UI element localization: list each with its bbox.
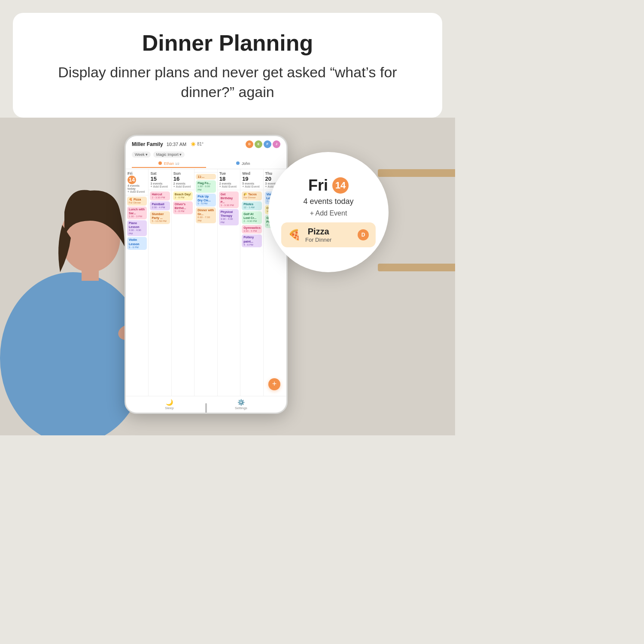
cal-col-tue: Tue 18 2 events + Add Event Get Birthday… — [218, 169, 240, 396]
sleep-icon: 🌙 — [166, 399, 173, 406]
popup-day-row: Fri 14 — [308, 176, 349, 194]
tablet-time: 10:37 AM — [167, 142, 186, 147]
cal-col-mon: 11:... Flag Fo... 1:30 - 3:30 PM Pick Up… — [194, 169, 217, 396]
toolbar-row: Week ▾ Magic Import ▾ — [126, 151, 286, 159]
avatar-j[interactable]: J — [273, 140, 280, 148]
popup-add-event[interactable]: + Add Event — [310, 210, 347, 217]
family-name: Miller Family — [132, 141, 163, 147]
shelf-top — [378, 169, 455, 177]
cal-col-fri: Fri 14 4 events today + Add Event 🍕 Pizz… — [126, 169, 149, 396]
event-pottery[interactable]: Pottery paint... 4 - 6 PM — [242, 234, 261, 247]
cal-col-sun: Sun 16 2 events + Add Event Beach Day! 2… — [172, 169, 194, 396]
scene: Miller Family 10:37 AM ☀️ 81° D E F J We… — [0, 118, 455, 435]
tab-ethan[interactable]: Ethan 1/2 — [132, 160, 206, 168]
shelf-area — [369, 118, 455, 435]
event-oliver[interactable]: Oliver's Birthd... 5 - 8 PM — [173, 201, 193, 214]
top-card: Dinner Planning Display dinner plans and… — [13, 13, 442, 118]
svg-rect-2 — [82, 268, 99, 281]
tablet-header: Miller Family 10:37 AM ☀️ 81° D E F J — [126, 136, 286, 151]
tablet-device: Miller Family 10:37 AM ☀️ 81° D E F J We… — [125, 135, 288, 414]
event-birthday-p[interactable]: Get Birthday P... 3 - 3:30 PM — [219, 191, 239, 208]
event-paintball[interactable]: Paintball 2:30 - 4 PM — [150, 201, 170, 210]
popup-card: Fri 14 4 events today + Add Event 🍕 Pizz… — [268, 152, 389, 272]
popup-events-count: 4 events today — [303, 197, 353, 206]
event-flag[interactable]: Flag Fo... 1:30 - 3:30 PM — [196, 180, 216, 193]
popup-avatar: D — [358, 229, 369, 240]
page-subtitle: Display dinner plans and never get asked… — [39, 63, 416, 102]
popup-event-card[interactable]: 🍕 Pizza For Dinner D — [281, 222, 376, 247]
event-11[interactable]: 11:... — [196, 174, 216, 179]
avatar-d[interactable]: D — [246, 140, 253, 148]
event-beach[interactable]: Beach Day! 2 - 6 PM — [173, 191, 193, 200]
pizza-icon: 🍕 — [288, 229, 301, 241]
event-slumber[interactable]: Slumber Party ... 5 - 11:59 PM — [150, 211, 170, 224]
tablet-weather: ☀️ 81° — [191, 142, 204, 146]
page-title: Dinner Planning — [39, 30, 416, 56]
svg-point-0 — [0, 272, 146, 435]
avatar-e[interactable]: E — [255, 140, 262, 148]
event-pilotes[interactable]: Pilotes 12 - 1 AM — [242, 201, 261, 210]
shelf-bottom — [378, 264, 455, 271]
settings-icon: ⚙️ — [237, 399, 245, 406]
event-tacos[interactable]: 🌮 Tacos For Dinner — [242, 191, 261, 200]
person-silhouette — [0, 143, 146, 435]
event-dinner-gr[interactable]: Dinner with Gr... 6:30 - 7:30 PM — [196, 207, 216, 224]
event-gymnastics[interactable]: Gymnastics 3:30 - 5 PM — [242, 225, 261, 234]
add-event-fab[interactable]: + — [268, 378, 280, 390]
popup-event-subtitle: For Dinner — [305, 237, 331, 243]
tab-john[interactable]: John — [206, 160, 280, 168]
cal-col-sat: Sat 15 3 events + Add Event Haircut 2 - … — [149, 169, 171, 396]
avatar-f[interactable]: F — [264, 140, 271, 148]
calendar-grid: Fri 14 4 events today + Add Event 🍕 Pizz… — [126, 169, 286, 396]
people-tabs: Ethan 1/2 John — [126, 159, 286, 169]
avatar-group: D E F J — [246, 140, 280, 148]
event-drycleaning[interactable]: Pick Up Dry Cle... 5 - 6 PM — [196, 194, 216, 207]
event-lunch[interactable]: Lunch with Sar... 1:30 - 3 PM — [127, 207, 147, 219]
event-violin-fri[interactable]: Violin Lesson 5 - 6 PM — [127, 237, 147, 250]
event-pizza[interactable]: 🍕 Pizza For Dinner — [127, 197, 147, 206]
cal-col-wed: Wed 19 5 events + Add Event 🌮 Tacos For … — [240, 169, 263, 396]
sleep-button[interactable]: 🌙 Sleep — [165, 399, 173, 410]
power-plug — [205, 403, 207, 413]
event-physical-therapy[interactable]: Physical Therapy 3:30 - 4:30 PM — [219, 209, 239, 225]
popup-day-badge: 14 — [332, 177, 349, 194]
week-view-pill[interactable]: Week ▾ — [132, 152, 151, 158]
magic-import-pill[interactable]: Magic Import ▾ — [153, 152, 185, 158]
settings-button[interactable]: ⚙️ Settings — [235, 399, 247, 410]
event-golf[interactable]: Golf At Lost Cr... 2 - 4:30 PM — [242, 211, 261, 224]
popup-day-name: Fri — [308, 176, 328, 194]
event-haircut[interactable]: Haircut 2 - 3:30 PM — [150, 191, 170, 200]
event-piano[interactable]: Piano Lesson 3:30 - 4:30 PM — [127, 220, 147, 237]
popup-event-title: Pizza — [305, 227, 331, 237]
